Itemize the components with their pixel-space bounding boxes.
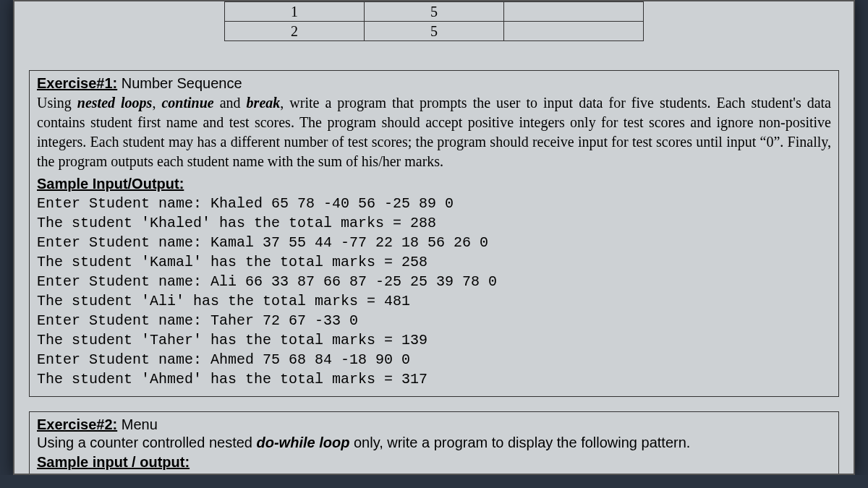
text: only, write a program to display the fol… <box>349 435 690 450</box>
cell: 2 <box>225 22 365 41</box>
text: and <box>214 95 247 111</box>
exercise-1-title: Exercise#1: Number Sequence <box>37 75 831 92</box>
keyword-break: break <box>247 95 281 111</box>
exercise-label: Exercise#2: <box>37 416 117 432</box>
exercise-label: Exercise#1: <box>37 75 117 91</box>
table-row: 2 5 <box>225 22 644 41</box>
cell <box>504 2 644 22</box>
exercise-name: Number Sequence <box>117 75 242 91</box>
cell: 5 <box>365 22 504 41</box>
cell: 5 <box>365 2 504 22</box>
cell <box>504 22 644 41</box>
keyword-do-while: do-while loop <box>257 435 350 450</box>
text: Using a counter controlled nested <box>37 435 257 450</box>
exercise-name: Menu <box>117 416 158 432</box>
top-table: 1 5 2 5 <box>224 1 644 41</box>
sample-console-output: Enter Student name: Khaled 65 78 -40 56 … <box>37 194 831 389</box>
keyword-continue: continue <box>161 95 213 111</box>
exercise-2-box: Exercise#2: Menu Using a counter control… <box>29 411 839 474</box>
cell: 1 <box>225 2 365 22</box>
top-table-wrap: 1 5 2 5 <box>14 1 854 41</box>
document-page: 1 5 2 5 Exercise#1: Number Sequence Usin… <box>13 0 855 475</box>
sample-io-heading-2: Sample input / output: <box>37 454 831 471</box>
exercise-2-title: Exercise#2: Menu <box>37 416 831 433</box>
text: , <box>152 95 161 111</box>
keyword-nested-loops: nested loops <box>77 95 153 111</box>
exercise-2-instructions: Using a counter controlled nested do-whi… <box>37 435 831 451</box>
exercise-1-instructions: Using nested loops, continue and break, … <box>37 93 831 171</box>
exercise-1-box: Exercise#1: Number Sequence Using nested… <box>29 70 839 397</box>
sample-io-heading: Sample Input/Output: <box>37 176 831 192</box>
table-row: 1 5 <box>225 2 644 22</box>
text: Using <box>37 95 77 111</box>
